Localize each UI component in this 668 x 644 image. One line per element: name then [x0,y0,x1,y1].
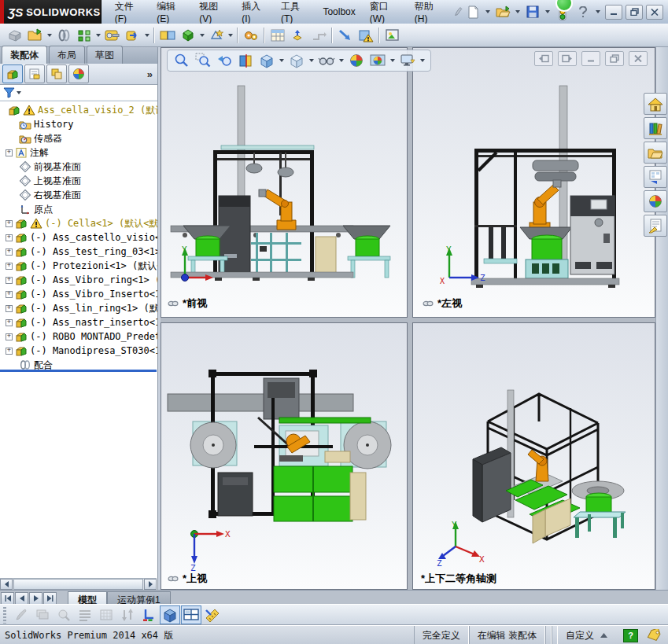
tab-assembly[interactable]: 装配体 [2,46,47,64]
tree-item-manodipresa[interactable]: (-) Manodipresa_ST030<1> [0,344,157,358]
expand-toggle[interactable] [6,149,13,156]
assembly-visualization-icon[interactable] [356,25,376,46]
panel-horizontal-scrollbar[interactable] [0,578,157,590]
shaded-view-icon[interactable] [160,605,180,624]
measure-ruler-icon[interactable] [202,605,223,624]
hide-show-dropdown[interactable] [339,59,344,62]
tree-item-ass-vibro-ring[interactable]: (-) Ass_Vibro_ring<1> (默 [0,273,157,287]
doc-restore-button[interactable] [605,51,624,66]
feature-manager-split-bar[interactable] [0,370,157,372]
viewport-isometric[interactable]: Y X Z *上下二等角轴测 [412,322,655,590]
custom-status-arrow-icon[interactable] [600,633,607,638]
quick-tip-help-button[interactable]: ? [623,629,638,642]
view-orientation-dropdown[interactable] [279,59,284,62]
tree-item-right-plane[interactable]: 右视基准面 [0,188,157,202]
configuration-manager-tab-icon[interactable] [46,64,67,83]
apply-scene-icon[interactable] [367,50,388,71]
apply-scene-dropdown[interactable] [390,59,395,62]
window-close-button[interactable] [646,5,663,20]
linear-pattern-dropdown[interactable] [96,34,101,37]
doc-forward-button[interactable] [558,51,577,66]
interference-detection-icon[interactable] [335,25,356,46]
reference-geometry-dropdown[interactable] [228,34,233,37]
viewport-front[interactable]: Y *前视 [161,47,408,318]
feature-tree-tab-icon[interactable] [2,64,23,83]
tree-item-protezioni[interactable]: (-) Protezioni<1> (默认<默 [0,259,157,273]
coordinate-axes-icon[interactable] [138,605,159,624]
tab-sketch[interactable]: 草图 [87,46,123,64]
edit-appearance-icon[interactable] [346,50,367,71]
smart-fasteners-icon[interactable] [102,25,123,46]
design-library-icon[interactable] [644,117,667,139]
filter-dropdown[interactable] [17,91,21,94]
save-dropdown[interactable] [545,10,550,13]
tab-layout[interactable]: 布局 [49,46,85,64]
expand-toggle[interactable] [6,248,13,256]
tree-item-ass-nastr-inserto[interactable]: (-) Ass_nastr_inserto<1> [0,315,157,329]
zoom-to-fit-icon[interactable] [172,50,192,71]
mate-icon[interactable] [54,25,74,46]
tree-item-annotations[interactable]: 注解 [0,145,157,160]
tab-scroll-next-button[interactable] [29,592,42,605]
performance-evaluation-icon[interactable] [382,25,403,46]
exploded-view-icon[interactable] [288,25,308,46]
expand-toggle[interactable] [6,319,13,326]
tree-item-history[interactable]: History [0,117,157,131]
paint-icon[interactable] [54,605,74,624]
scroll-right-arrow[interactable] [144,579,157,590]
assembly-features-dropdown[interactable] [200,34,205,37]
feather-icon[interactable] [11,605,31,624]
expand-toggle[interactable] [6,277,13,284]
tree-item-robo-montado[interactable]: (-) ROBO MONTADO_Predeterm [0,329,157,344]
scroll-thumb[interactable] [13,579,143,590]
tree-item-ass-vibro-inserto[interactable]: (-) Ass_Vibro_Inserto<1> [0,287,157,301]
help-dropdown[interactable] [596,10,600,13]
move-component-icon[interactable] [123,25,143,46]
window-restore-button[interactable] [626,5,643,20]
expand-toggle[interactable] [6,220,13,227]
tree-item-ass-castello-visio[interactable]: (-) Ass_castello_visio<1> [0,230,157,245]
custom-properties-icon[interactable] [644,215,667,237]
expand-toggle[interactable] [6,291,13,298]
multi-viewport-icon[interactable] [181,605,201,624]
custom-status[interactable]: 自定义 [558,626,615,644]
filter-funnel-icon[interactable] [3,87,15,98]
tree-item-origin[interactable]: 原点 [0,202,157,216]
property-manager-tab-icon[interactable] [24,64,45,83]
tag-icon[interactable] [646,629,662,642]
reference-geometry-icon[interactable] [206,25,227,46]
linear-component-pattern-icon[interactable] [74,25,94,46]
section-view-icon[interactable] [235,50,256,71]
expand-toggle[interactable] [6,305,13,312]
new-file-button[interactable] [463,2,482,21]
toolbar-drag-grip[interactable] [3,607,6,624]
viewport-left[interactable]: Y Z X *左视 [412,47,655,318]
tab-scroll-last-button[interactable] [43,592,57,605]
show-hidden-components-icon[interactable] [157,25,178,46]
new-motion-study-icon[interactable] [241,25,261,46]
display-manager-tab-icon[interactable] [68,64,89,83]
view-palette-icon[interactable] [644,166,667,188]
assembly-features-icon[interactable] [178,25,198,46]
doc-back-button[interactable] [534,51,553,66]
solidworks-resources-home-icon[interactable] [644,93,667,115]
panel-expand-chevron[interactable]: » [147,68,153,80]
tree-item-ass-lin-ring[interactable]: (-) Ass_lin_ring<1> (默认 [0,301,157,315]
viewport-horizontal-splitter[interactable] [161,318,655,322]
expand-toggle[interactable] [6,263,13,270]
display-style-icon[interactable] [286,50,307,71]
move-component-dropdown[interactable] [145,34,149,37]
display-style-dropdown[interactable] [309,59,314,62]
new-file-dropdown[interactable] [485,10,490,13]
tab-scroll-first-button[interactable] [1,592,14,605]
insert-component-icon[interactable] [5,25,25,46]
swap-icon[interactable] [117,605,138,624]
expand-toggle[interactable] [6,234,13,241]
view-settings-dropdown[interactable] [420,59,425,62]
bill-of-materials-icon[interactable] [268,25,288,46]
expand-toggle[interactable] [6,348,13,355]
tree-item-cella[interactable]: (-) Cella<1> (默认<默认 [0,216,157,230]
open-file-button[interactable] [493,2,512,21]
grid-icon[interactable] [96,605,116,624]
tab-scroll-prev-button[interactable] [15,592,28,605]
